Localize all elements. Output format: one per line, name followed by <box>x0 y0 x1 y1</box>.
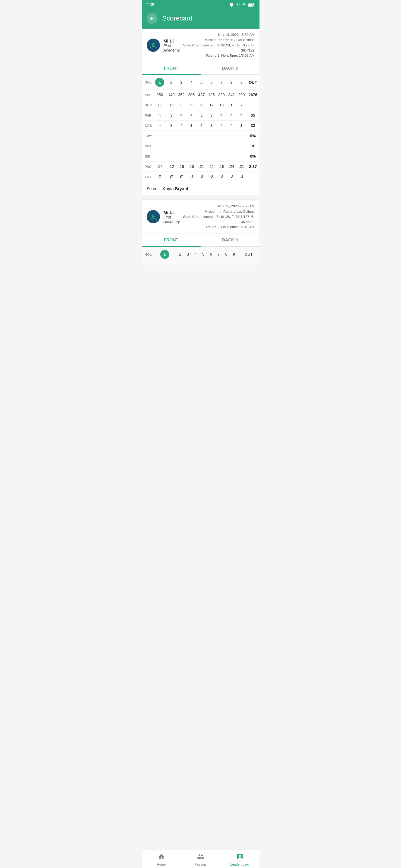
row-yds: YDS 356 140 352 305 437 125 329 342 290 … <box>142 90 259 100</box>
tab-back9[interactable]: BACK 9 <box>201 62 259 74</box>
hole-8: 8 <box>227 75 236 90</box>
yds-out: 2676 <box>247 90 259 100</box>
fwy-2 <box>166 131 176 141</box>
grs-5: 4 <box>196 121 206 131</box>
gir-1 <box>153 151 167 161</box>
put-4 <box>187 141 196 151</box>
row-par: PAR 4 3 4 4 5 3 4 4 4 35 <box>142 110 259 121</box>
par-6: 3 <box>206 110 216 121</box>
status-time: 2:35 <box>147 2 154 7</box>
app-header: Scorecard <box>142 9 259 29</box>
yds-7: 329 <box>216 90 226 100</box>
row-gir: GIR 0% <box>142 151 259 161</box>
fwy-out: 0% <box>247 131 259 141</box>
status-icons <box>229 3 255 7</box>
round2-hole-8: 8 <box>222 247 230 262</box>
put-3 <box>176 141 187 151</box>
grs-9: 3 <box>236 121 247 131</box>
tot-5: -2 <box>196 172 206 182</box>
round2-player-school: First Academy <box>164 215 180 224</box>
tot-1: E <box>153 172 167 182</box>
round1-score-table: HOL 1 2 3 4 5 6 7 8 9 OUT YDS 356 140 <box>142 75 259 182</box>
fwy-6 <box>206 131 216 141</box>
par-3: 4 <box>176 110 187 121</box>
round2-hole-out: OUT <box>238 247 259 262</box>
round2-event-details: State Championship: 71.9/128, F: 35.5/12… <box>180 214 255 225</box>
pac-4: :15 <box>187 161 196 172</box>
hole-1: 1 <box>153 75 167 90</box>
label-yds: YDS <box>142 90 153 100</box>
gir-6 <box>206 151 216 161</box>
label-grs: GRS <box>142 121 153 131</box>
scorer-label: Scorer: <box>147 186 160 191</box>
yds-1: 356 <box>153 90 167 100</box>
fwy-7 <box>216 131 226 141</box>
hcp-out <box>247 100 259 110</box>
put-8 <box>227 141 236 151</box>
grs-8: 4 <box>227 121 236 131</box>
round2-row-hol: HOL 1 2 3 4 5 6 7 8 9 OUT <box>142 247 259 262</box>
hole-2: 2 <box>166 75 176 90</box>
yds-9: 290 <box>236 90 247 100</box>
round2-player-info: F Mi Li First Academy Nov 15, 2023 - 5:3… <box>142 200 259 234</box>
round2-hole-3: 3 <box>184 247 192 262</box>
yds-2: 140 <box>166 90 176 100</box>
pac-2: :12 <box>166 161 176 172</box>
pac-5: :21 <box>196 161 206 172</box>
hcp-7: 13 <box>216 100 226 110</box>
hcp-2: 15 <box>166 100 176 110</box>
par-7: 4 <box>216 110 226 121</box>
yds-3: 352 <box>176 90 187 100</box>
round2-hole-1: 1 <box>153 247 176 262</box>
tot-4: -1 <box>187 172 196 182</box>
round2-round-info: Round 2, Hole/Time: 1/7:45 AM <box>180 224 255 230</box>
grs-7: 4 <box>216 121 226 131</box>
round2-tabs: FRONT BACK 9 <box>142 234 259 247</box>
round2-player-name-block: Mi Li First Academy <box>164 210 180 224</box>
hole-6: 6 <box>206 75 216 90</box>
round2-label-hol: HOL <box>142 247 153 262</box>
pac-7: :16 <box>216 161 226 172</box>
fwy-5 <box>196 131 206 141</box>
put-out: 0 <box>247 141 259 151</box>
tot-6: -2 <box>206 172 216 182</box>
round1-tabs: FRONT BACK 9 <box>142 62 259 75</box>
hcp-5: 9 <box>196 100 206 110</box>
round2-tab-front[interactable]: FRONT <box>142 234 201 247</box>
tot-2: E <box>166 172 176 182</box>
yds-6: 125 <box>206 90 216 100</box>
hcp-9: 7 <box>236 100 247 110</box>
grs-1: 4 <box>153 121 167 131</box>
grs-2: 3 <box>166 121 176 131</box>
par-4: 4 <box>187 110 196 121</box>
svg-rect-2 <box>254 4 254 5</box>
row-put: PUT 0 <box>142 141 259 151</box>
gir-4 <box>187 151 196 161</box>
back-button[interactable] <box>147 13 157 24</box>
gir-5 <box>196 151 206 161</box>
hcp-1: 11 <box>153 100 167 110</box>
round2-hole-5: 5 <box>199 247 207 262</box>
par-5: 5 <box>196 110 206 121</box>
round2-tab-back9[interactable]: BACK 9 <box>201 234 259 246</box>
grs-4: 3 <box>187 121 196 131</box>
put-9 <box>236 141 247 151</box>
round2-event-info: Nov 15, 2023 - 5:30 AM Mission Inn Resor… <box>180 204 255 230</box>
row-hcp: HCP 11 15 3 5 9 17 13 1 7 <box>142 100 259 110</box>
round2-hole-6: 6 <box>207 247 214 262</box>
row-hol: HOL 1 2 3 4 5 6 7 8 9 OUT <box>142 75 259 90</box>
put-7 <box>216 141 226 151</box>
gir-3 <box>176 151 187 161</box>
tab-front[interactable]: FRONT <box>142 62 201 75</box>
gir-9 <box>236 151 247 161</box>
round2-hole-4: 4 <box>192 247 199 262</box>
round2-hole-7: 7 <box>215 247 222 262</box>
label-hol: HOL <box>142 75 153 90</box>
label-par: PAR <box>142 110 153 121</box>
row-grs: GRS 4 3 4 3 4 3 4 4 3 32 <box>142 121 259 131</box>
fwy-9 <box>236 131 247 141</box>
pac-out: 2:37 <box>247 161 259 172</box>
pac-6: :11 <box>206 161 216 172</box>
put-5 <box>196 141 206 151</box>
row-pac: PAC :14 :12 :19 :15 :21 :11 :16 :24 :21 … <box>142 161 259 172</box>
